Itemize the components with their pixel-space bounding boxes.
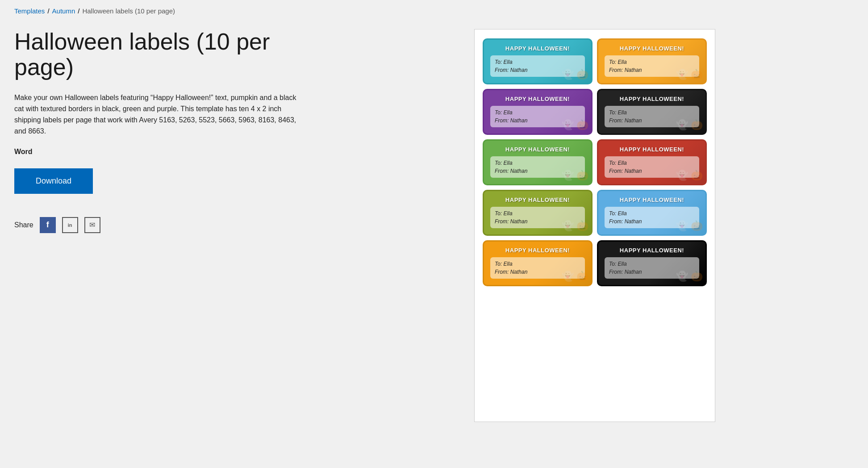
label-from: From: Nathan — [495, 167, 580, 175]
label-to: To: Ella — [609, 209, 695, 217]
page-title: Halloween labels (10 per page) — [14, 29, 309, 80]
label-to: To: Ella — [495, 159, 580, 167]
label-title: HAPPY HALLOWEEN! — [605, 146, 699, 153]
main-content: Halloween labels (10 per page) Make your… — [14, 29, 854, 422]
label-title: HAPPY HALLOWEEN! — [605, 96, 699, 102]
label-title: HAPPY HALLOWEEN! — [605, 196, 699, 203]
label-card: HAPPY HALLOWEEN!To: EllaFrom: Nathan — [597, 89, 707, 135]
template-preview: HAPPY HALLOWEEN!To: EllaFrom: NathanHAPP… — [474, 29, 715, 422]
label-title: HAPPY HALLOWEEN! — [490, 196, 585, 203]
left-panel: Halloween labels (10 per page) Make your… — [14, 29, 309, 233]
breadcrumb-autumn[interactable]: Autumn — [52, 7, 75, 15]
label-inner: To: EllaFrom: Nathan — [490, 207, 585, 228]
description: Make your own Halloween labels featuring… — [14, 92, 300, 137]
label-card: HAPPY HALLOWEEN!To: EllaFrom: Nathan — [483, 89, 593, 135]
label-from: From: Nathan — [609, 268, 695, 276]
label-to: To: Ella — [609, 159, 695, 167]
label-to: To: Ella — [609, 260, 695, 268]
label-card: HAPPY HALLOWEEN!To: EllaFrom: Nathan — [597, 240, 707, 286]
label-inner: To: EllaFrom: Nathan — [490, 257, 585, 279]
label-inner: To: EllaFrom: Nathan — [490, 106, 585, 127]
label-inner: To: EllaFrom: Nathan — [605, 257, 699, 279]
label-to: To: Ella — [495, 260, 580, 268]
label-from: From: Nathan — [609, 167, 695, 175]
labels-grid: HAPPY HALLOWEEN!To: EllaFrom: NathanHAPP… — [483, 38, 707, 286]
label-inner: To: EllaFrom: Nathan — [605, 106, 699, 127]
label-title: HAPPY HALLOWEEN! — [490, 247, 585, 254]
label-card: HAPPY HALLOWEEN!To: EllaFrom: Nathan — [483, 38, 593, 84]
email-share-button[interactable]: ✉ — [84, 217, 100, 233]
share-label: Share — [14, 221, 33, 229]
label-card: HAPPY HALLOWEEN!To: EllaFrom: Nathan — [597, 38, 707, 84]
label-card: HAPPY HALLOWEEN!To: EllaFrom: Nathan — [483, 139, 593, 185]
label-title: HAPPY HALLOWEEN! — [490, 96, 585, 102]
app-label: Word — [14, 148, 309, 156]
label-title: HAPPY HALLOWEEN! — [605, 247, 699, 254]
label-card: HAPPY HALLOWEEN!To: EllaFrom: Nathan — [483, 240, 593, 286]
label-title: HAPPY HALLOWEEN! — [605, 45, 699, 52]
label-title: HAPPY HALLOWEEN! — [490, 146, 585, 153]
breadcrumb-sep-2: / — [78, 7, 79, 15]
label-from: From: Nathan — [609, 217, 695, 226]
breadcrumb-current: Halloween labels (10 per page) — [82, 7, 175, 15]
download-button[interactable]: Download — [14, 168, 93, 194]
label-from: From: Nathan — [495, 66, 580, 74]
label-from: From: Nathan — [609, 117, 695, 125]
label-card: HAPPY HALLOWEEN!To: EllaFrom: Nathan — [597, 190, 707, 236]
label-inner: To: EllaFrom: Nathan — [605, 55, 699, 77]
share-row: Share f in ✉ — [14, 217, 309, 233]
label-inner: To: EllaFrom: Nathan — [490, 55, 585, 77]
facebook-share-button[interactable]: f — [40, 217, 56, 233]
label-inner: To: EllaFrom: Nathan — [605, 156, 699, 178]
label-card: HAPPY HALLOWEEN!To: EllaFrom: Nathan — [483, 190, 593, 236]
label-inner: To: EllaFrom: Nathan — [490, 156, 585, 178]
label-from: From: Nathan — [609, 66, 695, 74]
breadcrumb-sep-1: / — [47, 7, 49, 15]
label-to: To: Ella — [609, 58, 695, 66]
label-to: To: Ella — [495, 109, 580, 117]
label-to: To: Ella — [495, 58, 580, 66]
breadcrumb-templates[interactable]: Templates — [14, 7, 45, 15]
label-title: HAPPY HALLOWEEN! — [490, 45, 585, 52]
label-from: From: Nathan — [495, 117, 580, 125]
label-from: From: Nathan — [495, 217, 580, 226]
label-to: To: Ella — [495, 209, 580, 217]
breadcrumb: Templates / Autumn / Halloween labels (1… — [14, 7, 854, 15]
label-card: HAPPY HALLOWEEN!To: EllaFrom: Nathan — [597, 139, 707, 185]
right-panel: HAPPY HALLOWEEN!To: EllaFrom: NathanHAPP… — [336, 29, 854, 422]
label-from: From: Nathan — [495, 268, 580, 276]
label-to: To: Ella — [609, 109, 695, 117]
label-inner: To: EllaFrom: Nathan — [605, 207, 699, 228]
linkedin-share-button[interactable]: in — [62, 217, 78, 233]
